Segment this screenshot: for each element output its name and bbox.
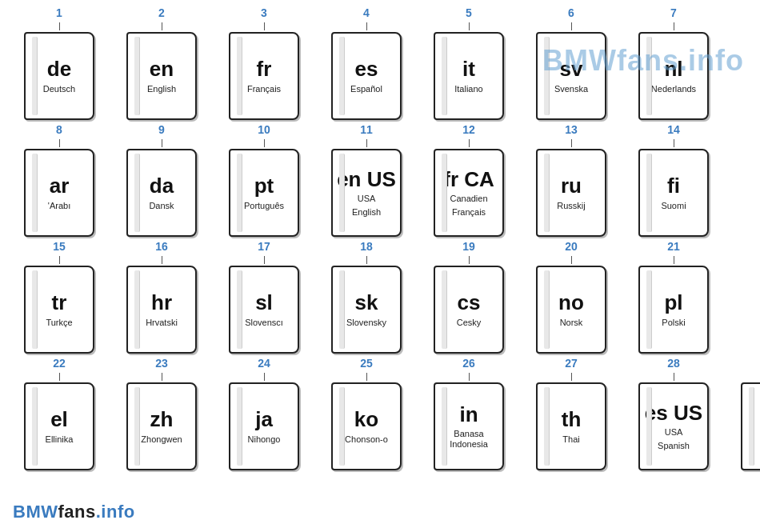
cell-18: 18skSlovensky [315, 240, 418, 354]
tick-16 [162, 256, 162, 264]
book-18[interactable]: skSlovensky [331, 266, 402, 354]
book-28[interactable]: es USUSASpanish [638, 382, 709, 470]
book-13[interactable]: ruRusskij [536, 149, 606, 237]
book-code-15: tr [52, 291, 67, 314]
book-name-27: Thai [559, 434, 582, 445]
tick-14 [674, 139, 674, 147]
language-grid: 1deDeutsch2enEnglish3frFrançais4esEspaño… [0, 0, 760, 506]
tick-3 [264, 22, 265, 30]
book-code-4: es [355, 58, 378, 81]
cell-number-18: 18 [360, 240, 373, 254]
cell-9: 9daDansk [110, 123, 213, 237]
book-25[interactable]: koChonson-o [331, 382, 402, 470]
book-5[interactable]: itItaliano [434, 32, 504, 120]
cell-11: 11en USUSAEnglish [315, 123, 418, 237]
tick-13 [571, 139, 572, 147]
cell-number-9: 9 [158, 123, 165, 138]
tick-27 [571, 373, 572, 381]
book-code-3: fr [257, 58, 272, 81]
tick-1 [59, 22, 60, 30]
book-2[interactable]: enEnglish [126, 32, 197, 120]
book-19[interactable]: csCesky [434, 266, 504, 354]
cell-19: 19csCesky [418, 240, 520, 354]
tick-7 [674, 22, 674, 30]
book-23[interactable]: zhZhongwen [126, 382, 197, 470]
book-code-1: de [47, 58, 71, 81]
book-27[interactable]: thThai [536, 382, 606, 470]
cell-12: 12fr CACanadienFrançais [418, 123, 520, 237]
book-code-18: sk [355, 291, 378, 314]
book-name-17: Slovenscı [242, 318, 286, 328]
cell-3: 3frFrançais [213, 6, 315, 120]
cell-7: 7nlNederlands [622, 6, 725, 120]
tick-2 [162, 22, 162, 30]
book-8[interactable]: ar'Arabı [24, 149, 94, 237]
cell-23: 23zhZhongwen [110, 357, 213, 470]
book-name2-12: Canadien [446, 194, 490, 204]
tick-10 [264, 139, 265, 147]
book-name-21: Polski [658, 318, 688, 328]
book-24[interactable]: jaNihongo [229, 382, 299, 470]
tick-19 [469, 256, 470, 264]
book-26[interactable]: inBanasa Indonesia [434, 382, 504, 470]
book-code-8: ar [50, 174, 70, 198]
row-2: 8ar'Arabı9daDansk10ptPortuguês11en USUSA… [8, 123, 752, 237]
cell-number-12: 12 [462, 123, 475, 138]
tick-23 [162, 373, 162, 381]
cell-number-4: 4 [363, 6, 370, 21]
cell-1: 1deDeutsch [8, 6, 110, 120]
book-10[interactable]: ptPortuguês [229, 149, 299, 237]
book-name-25: Chonson-o [342, 434, 391, 445]
book-21[interactable]: plPolski [638, 266, 709, 354]
cell-number-11: 11 [360, 123, 373, 138]
book-name-7: Nederlands [648, 84, 699, 94]
book-20[interactable]: noNorsk [536, 266, 606, 354]
book-9[interactable]: daDansk [126, 149, 197, 237]
book-14[interactable]: fiSuomi [638, 149, 709, 237]
book-4[interactable]: esEspañol [331, 32, 402, 120]
book-name-12: Français [449, 207, 489, 218]
cell-28: 28es USUSASpanish [622, 357, 725, 470]
book-name-9: Dansk [146, 201, 177, 211]
book-name-13: Russkij [554, 201, 588, 211]
book-11[interactable]: en USUSAEnglish [331, 149, 402, 237]
cell-2: 2enEnglish [110, 6, 213, 120]
cell-number-26: 26 [462, 357, 475, 371]
book-6[interactable]: svSvenska [536, 32, 606, 120]
cell-number-21: 21 [667, 240, 680, 254]
book-3[interactable]: frFrançais [229, 32, 299, 120]
cell-number-22: 22 [53, 357, 66, 371]
book-7[interactable]: nlNederlands [638, 32, 709, 120]
book-12[interactable]: fr CACanadienFrançais [434, 149, 504, 237]
cell-number-10: 10 [258, 123, 270, 138]
book-name-1: Deutsch [40, 84, 78, 94]
book-code-20: no [558, 291, 584, 314]
book-16[interactable]: hrHrvatski [126, 266, 197, 354]
book-code-5: it [462, 58, 475, 81]
cell-6: 6svSvenska [520, 6, 622, 120]
book-29[interactable]: huMagyar [741, 382, 760, 470]
book-code-21: pl [664, 291, 682, 314]
cell-22: 22elEllinika [8, 357, 110, 470]
book-code-27: th [562, 408, 582, 431]
row-1: 1deDeutsch2enEnglish3frFrançais4esEspaño… [8, 6, 752, 120]
book-15[interactable]: trTurkçe [24, 266, 94, 354]
book-code-22: el [50, 408, 68, 431]
cell-25: 25koChonson-o [315, 357, 418, 470]
book-name-20: Norsk [557, 318, 586, 328]
tick-28 [674, 373, 674, 381]
cell-27: 27thThai [520, 357, 622, 470]
book-name-22: Ellinika [42, 434, 77, 445]
book-name-15: Turkçe [42, 318, 75, 328]
book-name2-11: USA [354, 194, 379, 204]
book-name-2: English [144, 84, 179, 94]
book-name-5: Italiano [451, 84, 486, 94]
tick-12 [469, 139, 470, 147]
tick-25 [366, 373, 367, 381]
book-17[interactable]: slSlovenscı [229, 266, 299, 354]
book-22[interactable]: elEllinika [24, 382, 94, 470]
book-1[interactable]: deDeutsch [24, 32, 94, 120]
tick-11 [366, 139, 367, 147]
cell-number-14: 14 [667, 123, 680, 138]
book-name-23: Zhongwen [138, 434, 185, 445]
